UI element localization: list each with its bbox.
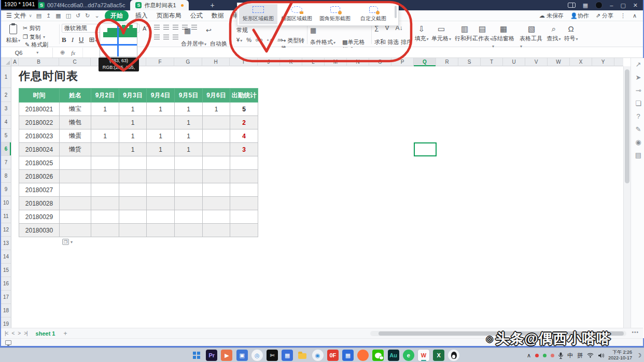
excel-icon[interactable]: X xyxy=(433,350,444,361)
sheet-tab[interactable]: sheet 1 xyxy=(36,330,55,337)
table-cell[interactable] xyxy=(175,210,203,224)
table-header-cell[interactable]: 姓名 xyxy=(60,89,91,103)
selected-cell-Q6[interactable] xyxy=(414,142,437,156)
table-cell[interactable] xyxy=(203,156,230,170)
table-cell[interactable] xyxy=(147,156,175,170)
column-header-V[interactable]: V xyxy=(525,58,548,66)
browser-icon[interactable]: ◉ xyxy=(312,350,324,361)
firefox-icon[interactable] xyxy=(357,350,369,361)
column-header-M[interactable]: M xyxy=(325,58,347,66)
calculator-icon[interactable]: ▦ xyxy=(282,350,293,361)
table-cell[interactable]: 1 xyxy=(119,116,147,129)
table-cell[interactable]: 1 xyxy=(91,103,119,116)
number-format-select[interactable]: 常规 xyxy=(236,26,248,34)
window-manage-icon[interactable] xyxy=(568,3,576,8)
table-cell[interactable] xyxy=(230,183,258,197)
premiere-icon[interactable]: Pr xyxy=(206,350,217,361)
screenshot-option-3[interactable]: 自定义截图 xyxy=(354,4,393,24)
table-header-cell[interactable]: 9月6日 xyxy=(203,89,230,103)
share-button[interactable]: ⇗ 分享 xyxy=(596,12,613,20)
table-cell[interactable] xyxy=(91,116,119,129)
adjust-icon[interactable]: ⊸ xyxy=(631,84,644,97)
table-header-cell[interactable]: 9月2日 xyxy=(91,89,119,103)
table-cell[interactable] xyxy=(175,197,203,210)
column-header-L[interactable]: L xyxy=(302,58,325,66)
table-cell[interactable]: 1 xyxy=(175,129,203,143)
screen-recorder-icon[interactable]: ▣ xyxy=(236,350,248,361)
evernote-icon[interactable]: e xyxy=(403,350,414,361)
paste-button[interactable]: 粘贴▾ xyxy=(6,23,20,44)
table-cell[interactable] xyxy=(147,170,175,183)
save-icon[interactable]: ▤ xyxy=(36,12,41,19)
conditional-format-button[interactable]: 条件格式▾ xyxy=(310,38,335,46)
table-cell[interactable] xyxy=(203,143,230,156)
table-cell[interactable] xyxy=(147,116,175,129)
table-cell[interactable]: 1 xyxy=(119,143,147,156)
row-header-16[interactable]: 16 xyxy=(1,277,11,291)
minimize-button[interactable]: – xyxy=(610,2,613,8)
table-cell[interactable]: 1 xyxy=(119,103,147,116)
table-cell[interactable] xyxy=(119,156,147,170)
row-header-3[interactable]: 3 xyxy=(1,102,11,115)
table-cell[interactable]: 1 xyxy=(147,129,175,143)
formula-input[interactable] xyxy=(82,48,643,57)
file-menu[interactable]: ☰ 文件 ∨ xyxy=(1,11,36,20)
navigate-icon[interactable]: ◉ xyxy=(631,136,644,149)
table-cell[interactable] xyxy=(203,116,230,129)
row-header-17[interactable]: 17 xyxy=(1,291,11,304)
sheetbar-more-icon[interactable]: ••• xyxy=(632,329,639,335)
column-header-S[interactable]: S xyxy=(458,58,481,66)
row-header-8[interactable]: 8 xyxy=(1,169,11,183)
table-cell[interactable] xyxy=(230,197,258,210)
redo-icon[interactable]: ↻ xyxy=(85,12,90,19)
thousand-separator-button[interactable]: 000 xyxy=(256,38,262,42)
workspace-grid-icon[interactable]: ▦ xyxy=(583,2,588,9)
table-header-cell[interactable]: 9月3日 xyxy=(119,89,147,103)
table-cell[interactable] xyxy=(175,224,203,237)
menu-tab-4[interactable]: 数据 xyxy=(209,11,226,21)
wps-icon[interactable]: W xyxy=(418,350,429,361)
menu-tab-0[interactable]: 开始 xyxy=(105,10,129,21)
name-box[interactable]: Q6 ▾ xyxy=(1,48,53,57)
menu-tab-3[interactable]: 公式 xyxy=(188,11,205,21)
table-cell[interactable] xyxy=(230,224,258,237)
screenshot-option-1[interactable]: 椭圆区域截图 xyxy=(277,4,316,24)
row-header-14[interactable]: 14 xyxy=(1,250,11,264)
wifi-icon[interactable] xyxy=(587,353,594,358)
table-tools-button[interactable]: ▧表格工具▾ xyxy=(520,23,543,49)
row-header-10[interactable]: 10 xyxy=(1,196,11,210)
column-header-X[interactable]: X xyxy=(570,58,592,66)
screenshot-option-2[interactable]: 圆角矩形截图 xyxy=(316,4,354,24)
fx-icon[interactable]: fx xyxy=(71,50,75,56)
table-cell[interactable]: 2 xyxy=(230,116,258,129)
read-mode-icon[interactable]: ▤ xyxy=(631,149,644,162)
table-cell[interactable]: 20180026 xyxy=(19,170,60,183)
ime-mode[interactable]: 拼 xyxy=(577,352,583,359)
table-cell[interactable]: 1 xyxy=(175,143,203,156)
table-cell[interactable]: 20180027 xyxy=(19,183,60,197)
paste-options-button[interactable]: ❐▾ xyxy=(62,239,73,245)
row-header-2[interactable]: 2 xyxy=(1,88,11,102)
table-cell[interactable] xyxy=(91,143,119,156)
row-header-4[interactable]: 4 xyxy=(1,115,11,129)
table-header-cell[interactable]: 时间 xyxy=(19,89,60,103)
table-cell[interactable]: 4 xyxy=(230,129,258,143)
table-header-cell[interactable]: 9月5日 xyxy=(175,89,203,103)
table-cell[interactable] xyxy=(147,224,175,237)
table-cell[interactable] xyxy=(119,197,147,210)
windows-start-icon[interactable] xyxy=(191,350,202,361)
document-tab-1[interactable]: S 0074f4ccd6a0...dd7a72a8ac5c xyxy=(33,0,130,10)
tray-green-app-icon[interactable] xyxy=(543,354,547,357)
table-cell[interactable]: 1 xyxy=(175,103,203,116)
table-cell[interactable] xyxy=(147,183,175,197)
column-header-R[interactable]: R xyxy=(436,58,458,66)
zoom-formula-icon[interactable]: ⊕ xyxy=(60,49,65,56)
table-cell[interactable] xyxy=(230,170,258,183)
ime-language[interactable]: 中 xyxy=(567,352,573,359)
table-cell[interactable] xyxy=(119,170,147,183)
symbol-button[interactable]: Ω符号▾ xyxy=(559,23,583,42)
column-header-Q[interactable]: Q xyxy=(414,58,436,66)
collapse-ribbon-icon[interactable]: ∧ xyxy=(633,12,637,19)
merge-center-button[interactable]: 合并居中▾ xyxy=(181,40,206,48)
screen-broadcast-icon[interactable] xyxy=(5,340,11,345)
